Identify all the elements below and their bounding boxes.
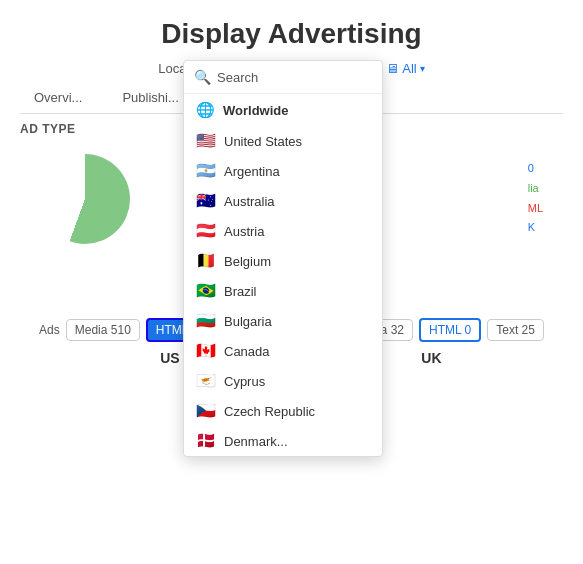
dropdown-item-label: Cyprus	[224, 374, 265, 389]
dropdown-item-argentina[interactable]: 🇦🇷 Argentina	[184, 156, 382, 186]
chart-label-4: K	[528, 218, 543, 238]
search-icon: 🔍	[194, 69, 211, 85]
country-label-us: US	[160, 350, 179, 366]
dropdown-item-australia[interactable]: 🇦🇺 Australia	[184, 186, 382, 216]
flag-be: 🇧🇪	[196, 253, 216, 269]
media-chip-us[interactable]: Media 510	[66, 319, 140, 341]
tab-ellipsis	[96, 82, 108, 113]
flag-dk: 🇩🇰	[196, 433, 216, 449]
page-title: Display Advertising	[0, 0, 583, 60]
text-chip-uk[interactable]: Text 25	[487, 319, 544, 341]
dropdown-item-label: Argentina	[224, 164, 280, 179]
chart-label-2: lia	[528, 179, 543, 199]
html-chip-uk[interactable]: HTML 0	[419, 318, 481, 342]
chevron-down-icon-2: ▾	[420, 63, 425, 74]
flag-at: 🇦🇹	[196, 223, 216, 239]
country-label-uk: UK	[421, 350, 441, 366]
dropdown-item-label: Austria	[224, 224, 264, 239]
device-icon: 🖥	[386, 61, 399, 76]
chart-slice	[40, 154, 130, 244]
flag-ar: 🇦🇷	[196, 163, 216, 179]
chart-label-1: 0	[528, 159, 543, 179]
tab-publishers[interactable]: Publishi...	[108, 82, 192, 113]
dropdown-item-austria[interactable]: 🇦🇹 Austria	[184, 216, 382, 246]
flag-bg: 🇧🇬	[196, 313, 216, 329]
dropdown-item-label: Brazil	[224, 284, 257, 299]
flag-au: 🇦🇺	[196, 193, 216, 209]
worldwide-icon: 🌐	[196, 101, 215, 119]
search-input[interactable]	[217, 70, 372, 85]
dropdown-item-brazil[interactable]: 🇧🇷 Brazil	[184, 276, 382, 306]
dropdown-item-denmark[interactable]: 🇩🇰 Denmark...	[184, 426, 382, 456]
dropdown-search-container: 🔍	[184, 61, 382, 94]
chart-labels: 0 lia ML K	[528, 159, 543, 238]
dropdown-item-label: Czech Republic	[224, 404, 315, 419]
ads-label-us: Ads	[39, 323, 60, 337]
flag-us: 🇺🇸	[196, 133, 216, 149]
tab-overview[interactable]: Overvi...	[20, 82, 96, 113]
dropdown-item-worldwide[interactable]: 🌐 Worldwide	[184, 94, 382, 126]
dropdown-item-label: Worldwide	[223, 103, 288, 118]
dropdown-item-canada[interactable]: 🇨🇦 Canada	[184, 336, 382, 366]
flag-cy: 🇨🇾	[196, 373, 216, 389]
device-filter[interactable]: 🖥 All ▾	[386, 61, 424, 76]
dropdown-item-us[interactable]: 🇺🇸 United States	[184, 126, 382, 156]
flag-cz: 🇨🇿	[196, 403, 216, 419]
dropdown-item-label: Australia	[224, 194, 275, 209]
location-dropdown: 🔍 🌐 Worldwide 🇺🇸 United States 🇦🇷 Argent…	[183, 60, 383, 457]
dropdown-item-label: Canada	[224, 344, 270, 359]
chart-label-3: ML	[528, 199, 543, 219]
dropdown-item-label: Denmark...	[224, 434, 288, 449]
dropdown-item-label: United States	[224, 134, 302, 149]
dropdown-item-label: Belgium	[224, 254, 271, 269]
dropdown-item-bulgaria[interactable]: 🇧🇬 Bulgaria	[184, 306, 382, 336]
dropdown-item-cyprus[interactable]: 🇨🇾 Cyprus	[184, 366, 382, 396]
dropdown-item-belgium[interactable]: 🇧🇪 Belgium	[184, 246, 382, 276]
device-value: All	[402, 61, 416, 76]
dropdown-item-czech[interactable]: 🇨🇿 Czech Republic	[184, 396, 382, 426]
flag-ca: 🇨🇦	[196, 343, 216, 359]
dropdown-item-label: Bulgaria	[224, 314, 272, 329]
flag-br: 🇧🇷	[196, 283, 216, 299]
